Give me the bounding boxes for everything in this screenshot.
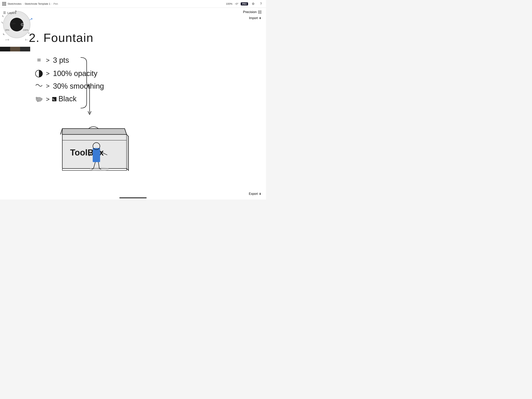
wheel-left-icon: ⤡ [1, 21, 3, 24]
svg-point-12 [37, 101, 38, 102]
svg-text:≡: ≡ [37, 56, 41, 64]
import-label: Import [249, 16, 258, 20]
export-button[interactable]: Export ⬇ [247, 191, 263, 196]
topbar: Sketchnotes › Sketchnote Template 1 › Pe… [0, 0, 266, 8]
pro-badge: PRO [241, 2, 248, 6]
layers-label: Layers [7, 11, 16, 14]
apps-icon[interactable] [2, 2, 6, 6]
wheel-percentages: 20% 100% [5, 29, 28, 31]
wheel-label1: ↩ 4↑ [6, 39, 10, 41]
zoom-display[interactable]: 100% ↑0° [226, 2, 238, 5]
wheel-bottom-left: ✎ [3, 33, 5, 36]
wheel-pts: 3 pts [11, 22, 16, 25]
sketch-svg: 2. Fountain ≡ > 3 pts > 100% opacity > 3… [0, 8, 266, 200]
breadcrumb-tool[interactable]: Pen [54, 2, 58, 5]
import-icon: ⬇ [259, 17, 261, 20]
help-icon[interactable]: ? [258, 1, 264, 7]
svg-text:>: > [46, 96, 50, 103]
svg-text:>: > [46, 70, 50, 77]
svg-rect-25 [93, 148, 100, 162]
topbar-right: 100% ↑0° PRO ⚙ ? [226, 1, 264, 7]
wheel-bottom-right: ▷ [28, 32, 30, 34]
svg-text:30% smoothing: 30% smoothing [53, 82, 104, 90]
breadcrumb: Sketchnotes › Sketchnote Template 1 › Pe… [8, 2, 58, 5]
svg-point-11 [41, 98, 43, 100]
svg-text:Black: Black [58, 95, 77, 103]
layers-menu-icon: ☰ [3, 11, 6, 15]
precision-dots-icon [258, 11, 261, 14]
svg-point-10 [36, 97, 38, 99]
import-button[interactable]: Import ⬇ [247, 16, 263, 21]
layers-button[interactable]: ☰ Layers [0, 9, 19, 16]
svg-text:✎: ✎ [52, 98, 55, 102]
svg-text:>: > [46, 82, 50, 90]
home-indicator [119, 197, 147, 198]
canvas: 3 ↖ ⤡ ✎ ↗ ▷ ↩ 4↑ 3↑↑ 3 pts 20% 100% [0, 8, 266, 200]
svg-text:>: > [46, 57, 50, 64]
svg-text:2. Fountain: 2. Fountain [29, 31, 94, 45]
svg-text:3 pts: 3 pts [53, 56, 69, 64]
breadcrumb-template[interactable]: Sketchnote Template 1 [25, 2, 51, 5]
svg-text:100% opacity: 100% opacity [53, 69, 97, 77]
wheel-label2: 3↑↑ [25, 39, 28, 41]
top-right-panel: Precision Import ⬇ [238, 9, 266, 21]
breadcrumb-app[interactable]: Sketchnotes [8, 2, 22, 5]
topbar-left: Sketchnotes › Sketchnote Template 1 › Pe… [2, 2, 226, 6]
export-icon: ⬇ [259, 192, 261, 195]
export-label: Export [249, 192, 258, 196]
precision-label: Precision [243, 10, 257, 14]
precision-button[interactable]: Precision [241, 9, 263, 15]
settings-icon[interactable]: ⚙ [250, 1, 256, 7]
